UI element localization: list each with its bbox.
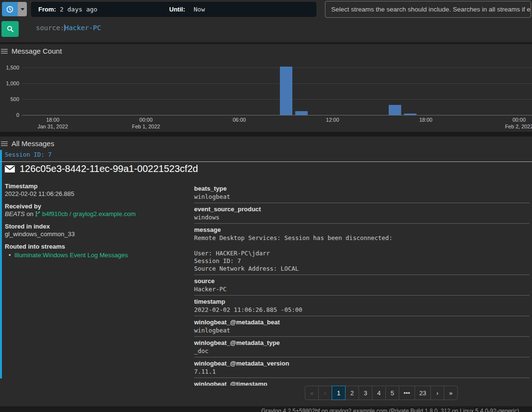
pagination-page-button[interactable]: 2 [345,386,359,400]
field-value: winlogbeat [194,193,530,201]
pagination-page-button[interactable]: 23 [415,386,431,400]
field-name[interactable]: winlogbeat_@metadata_version [194,360,530,367]
field-value: windows [194,214,530,221]
query-prefix: source: [36,24,64,32]
field-name[interactable]: winlogbeat_@timestamp [194,381,530,386]
message-field-row: timestamp2022-02-02 11:06:26.885 -05:00 [194,296,530,316]
message-count-widget: Message Count 05001,0001,50018:00Jan 31,… [0,44,532,132]
message-detail-sidebar: Timestamp 2022-02-02 11:06:26.885 Receiv… [5,183,187,264]
query-input[interactable]: source:Hacker-PC [36,24,101,32]
time-range-button[interactable] [2,2,18,16]
message-field-row: winlogbeat_@timestamp [194,378,530,386]
pagination-prev-button: ‹ [318,386,332,400]
divider [0,161,532,162]
envelope-icon [5,165,15,172]
time-range-display[interactable]: From: 2 days ago Until: Now [31,2,316,17]
pagination-ellipsis[interactable]: ••• [399,386,415,400]
message-field-row: beats_typewinlogbeat [194,183,530,203]
git-fork-icon [35,211,40,217]
stored-in-index-value: gl_windows_common_33 [5,230,187,238]
search-bar: From: 2 days ago Until: Now Select strea… [0,0,532,42]
received-by-label: Received by [5,203,187,210]
time-range-caret-button[interactable] [18,2,27,16]
stream-link[interactable]: Illuminate:Windows Event Log Messages [14,252,128,259]
y-axis-tick-label: 0 [0,112,19,118]
histogram-bar[interactable] [389,105,401,115]
x-axis-tick-label: 00:00Feb 1, 2022 [122,116,170,130]
message-field-row: event_source_productwindows [194,203,530,224]
pagination-last-button[interactable]: » [444,386,458,400]
message-list-row[interactable]: Session ID: 7 [5,151,52,158]
search-icon [7,25,14,33]
message-field-row: sourceHacker-PC [194,275,530,296]
field-name[interactable]: message [194,227,530,233]
graylog-search-page: From: 2 days ago Until: Now Select strea… [0,0,532,412]
all-messages-widget: All Messages Session ID: 7 126c05e3-8442… [0,137,532,406]
field-value: Remote Desktop Services: Session has bee… [194,234,530,273]
list-item: Illuminate:Windows Event Log Messages [5,252,187,259]
time-range-button-group [2,2,27,16]
field-value: _doc [194,347,530,355]
search-button[interactable] [1,21,19,37]
message-field-row: winlogbeat_@metadata_version7.11.1 [194,357,530,378]
all-messages-title: All Messages [12,139,54,148]
message-detail-heading: 126c05e3-8442-11ec-99a1-00221523cf2d [5,163,198,174]
x-axis-tick-label: 00:00Feb 2, 2022 [495,116,532,130]
pagination-page-button[interactable]: 5 [385,386,399,400]
message-field-row: winlogbeat_@metadata_beatwinlogbeat [194,316,530,337]
gridline [22,83,532,84]
pagination-page-button[interactable]: 1 [332,386,346,400]
gridline [22,68,532,68]
query-term: Hacker-PC [65,24,101,32]
y-axis-tick-label: 500 [0,96,19,102]
streams-placeholder: Select streams the search should include… [331,6,531,13]
field-name[interactable]: winlogbeat_@metadata_type [194,340,530,346]
drag-handle-icon[interactable] [1,141,8,146]
histogram-bar[interactable] [295,111,308,115]
field-name[interactable]: timestamp [194,298,530,305]
timestamp-label: Timestamp [5,183,187,190]
message-field-row: messageRemote Desktop Services: Session … [194,224,530,275]
x-axis-line [22,115,532,115]
field-value: 2022-02-02 11:06:26.885 -05:00 [194,306,530,314]
x-axis-tick-label: 18:00Jan 31, 2022 [29,116,77,130]
pagination-page-button[interactable]: 3 [359,386,372,400]
from-label: From: [38,6,56,13]
stored-in-index-label: Stored in index [5,223,187,230]
histogram-bar[interactable] [280,67,292,115]
field-name[interactable]: event_source_product [194,206,530,213]
clock-icon [6,6,13,13]
message-count-chart: 05001,0001,50018:00Jan 31, 202200:00Feb … [0,44,532,132]
field-name[interactable]: winlogbeat_@metadata_beat [194,319,530,326]
pagination-page-button[interactable]: 4 [372,386,386,400]
message-fields: beats_typewinlogbeatevent_source_product… [194,183,530,386]
until-value: Now [194,6,205,13]
pagination: «‹12345•••23›» [305,386,458,400]
histogram-bar[interactable] [404,114,416,115]
x-axis-tick-label: 06:00 [215,116,263,123]
routed-streams-list: Illuminate:Windows Event Log Messages [5,252,187,259]
field-value: 7.11.1 [194,368,530,376]
node-link[interactable]: b4f910cb / graylog2.example.com [42,210,136,217]
message-field-row: winlogbeat_@metadata_type_doc [194,337,530,357]
y-axis-tick-label: 1,000 [0,80,19,86]
field-value: Hacker-PC [194,286,530,293]
until-label: Until: [169,6,185,13]
field-name[interactable]: source [194,278,530,285]
timestamp-value: 2022-02-02 11:06:26.885 [5,190,187,198]
pagination-first-button: « [305,386,319,400]
footer-version-text: Graylog 4.2.5+59802bf on graylog2.exampl… [261,408,519,412]
x-axis-tick-label: 18:00 [402,116,450,123]
received-on: on [26,210,33,217]
gridline [22,99,532,100]
all-messages-widget-header: All Messages [1,139,54,148]
input-name: BEATS [5,210,25,217]
message-id: 126c05e3-8442-11ec-99a1-00221523cf2d [20,163,198,174]
pagination-next-button[interactable]: › [430,386,444,400]
field-name[interactable]: beats_type [194,185,530,192]
selected-message-stripe [0,150,2,378]
routed-streams-label: Routed into streams [5,243,187,251]
footer: Graylog 4.2.5+59802bf on graylog2.exampl… [0,406,532,412]
field-value: winlogbeat [194,327,530,334]
streams-select-input[interactable]: Select streams the search should include… [325,1,531,18]
